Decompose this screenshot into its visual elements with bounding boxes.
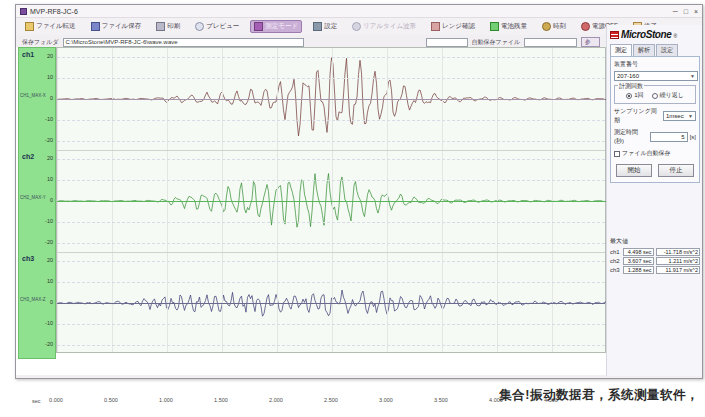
wave-icon xyxy=(352,22,361,31)
measure-icon xyxy=(254,22,263,31)
grid-hline xyxy=(57,120,605,121)
brand-name: MicroStone xyxy=(621,29,671,40)
grid-vline xyxy=(277,48,278,352)
measure-time-input[interactable]: 5 xyxy=(650,132,688,142)
grid-hline xyxy=(57,141,605,142)
toolbar-button-preview[interactable]: プレビュー xyxy=(191,20,243,33)
max-row-channel: ch2 xyxy=(610,258,621,264)
toolbar-button-label: レンジ確認 xyxy=(442,22,475,31)
maximize-button[interactable]: □ xyxy=(684,7,688,16)
toolbar-button-label: 設定 xyxy=(324,22,337,31)
grid-vline xyxy=(222,48,223,352)
measure-count-label: 計測回数 xyxy=(618,82,644,91)
minimize-button[interactable]: ─ xyxy=(673,7,678,16)
toolbar-button-file-save[interactable]: ファイル保存 xyxy=(87,20,146,33)
max-row-value: -11.718 m/s^2 xyxy=(656,248,700,256)
save-folder-label: 保存フォルダ xyxy=(22,38,59,47)
toolbar-button-battery-level[interactable]: 電池残量 xyxy=(486,20,531,33)
x-tick-label: 0.500 xyxy=(96,397,126,403)
sampling-period-value: 1msec xyxy=(666,113,684,119)
x-tick-label: 3.000 xyxy=(371,397,401,403)
grid-vline xyxy=(552,48,553,352)
browse-button[interactable]: 参照 xyxy=(581,37,600,47)
channel-axis-label-ch3: CH3_MAX-Z xyxy=(20,296,46,301)
tab-解析[interactable]: 解析 xyxy=(633,44,655,56)
toolbar-button-label: 電池残量 xyxy=(501,22,527,31)
grid-hline xyxy=(57,243,605,244)
measure-count-group: 計測回数 1回繰り返し xyxy=(614,85,696,104)
max-value-title: 最大値 xyxy=(610,237,700,246)
sidebar-tabs: 測定解析設定 xyxy=(610,44,700,56)
sampling-period-label: サンプリング周期 xyxy=(614,107,661,125)
toolbar-button-print[interactable]: 印刷 xyxy=(152,20,184,33)
waveform-plot[interactable] xyxy=(56,47,606,353)
y-tick-label: 20 xyxy=(47,257,53,263)
save-icon xyxy=(91,22,100,31)
grid-vline xyxy=(57,48,58,352)
y-tick-label: 0 xyxy=(50,95,53,101)
y-tick-label: 10 xyxy=(47,74,53,80)
y-tick-label: -20 xyxy=(45,137,53,143)
grid-hline xyxy=(57,78,605,79)
grid-vline xyxy=(332,48,333,352)
autosave-file-label: 自動保存ファイル xyxy=(472,38,521,47)
grid-vline xyxy=(442,48,443,352)
y-tick-label: 10 xyxy=(47,278,53,284)
toolbar-button-label: ファイル転送 xyxy=(36,22,76,31)
max-value-block: 最大値 ch14.498 sec-11.718 m/s^2ch23.607 se… xyxy=(610,237,700,274)
stop-button[interactable]: 停止 xyxy=(658,164,694,177)
toolbar: ファイル転送ファイル保存印刷プレビュー測定モード設定リアルタイム波形レンジ確認電… xyxy=(16,18,702,35)
toolbar-button-realtime-wave[interactable]: リアルタイム波形 xyxy=(348,20,420,33)
sampling-period-select[interactable]: 1msec ▼ xyxy=(663,111,696,121)
radio-label: 1回 xyxy=(634,91,643,100)
window-title: MVP-RF8-JC-6 xyxy=(30,8,78,15)
max-row-time: 1.288 sec xyxy=(623,266,654,274)
toolbar-button-measure-mode[interactable]: 測定モード xyxy=(250,20,302,33)
toolbar-button-settings[interactable]: 設定 xyxy=(309,20,341,33)
chart-region: m/s^2 ch1CH1_MAX-X20100-10-20ch2CH2_MAX-… xyxy=(16,47,606,375)
toolbar-button-file-transfer[interactable]: ファイル転送 xyxy=(21,20,80,33)
magnifier-icon xyxy=(195,22,204,31)
grid-vline xyxy=(497,48,498,352)
device-number-select[interactable]: 207-160 ▼ xyxy=(614,71,698,81)
toolbar-button-range-check[interactable]: レンジ確認 xyxy=(427,20,479,33)
control-sidebar: MicroStone ® 測定解析設定 装置番号 207-160 ▼ 計測回数 … xyxy=(606,25,702,376)
x-tick-label: 1.000 xyxy=(151,397,181,403)
power-icon xyxy=(581,22,590,31)
y-tick-label: -10 xyxy=(45,218,53,224)
toolbar-button-clock[interactable]: 時刻 xyxy=(538,20,570,33)
y-tick-label: -10 xyxy=(45,116,53,122)
app-window: MVP-RF8-JC-6 ─ □ × ファイル転送ファイル保存印刷プレビュー測定… xyxy=(15,4,703,379)
radio-option[interactable]: 1回 xyxy=(626,91,643,100)
microstone-logo-icon xyxy=(610,31,619,39)
interval-input[interactable] xyxy=(426,38,468,47)
save-folder-path-input[interactable]: C:\MicroStone\MVP-RF8-JC-6\wave.wave xyxy=(63,38,304,47)
max-value-row: ch23.607 sec1.211 m/s^2 xyxy=(610,257,700,265)
toolbar-button-label: 時刻 xyxy=(553,22,566,31)
wrench-icon xyxy=(313,22,322,31)
y-tick-label: 20 xyxy=(47,53,53,59)
x-tick-label: 0.000 xyxy=(41,397,71,403)
band-separator xyxy=(57,150,605,151)
autosave-file-input[interactable] xyxy=(524,38,577,47)
battery-icon xyxy=(490,22,499,31)
grid-vline xyxy=(112,48,113,352)
tab-設定[interactable]: 設定 xyxy=(656,44,678,56)
radio-option[interactable]: 繰り返し xyxy=(652,91,684,100)
close-button[interactable]: × xyxy=(694,7,698,16)
x-axis-unit-label: sec xyxy=(32,398,41,404)
start-button[interactable]: 開始 xyxy=(616,164,652,177)
x-tick-label: 2.500 xyxy=(316,397,346,403)
x-tick-label: 1.500 xyxy=(206,397,236,403)
autosave-checkbox-label: ファイル自動保存 xyxy=(622,149,671,158)
toolbar-button-label: プレビュー xyxy=(206,22,239,31)
channel-label-ch3: ch3 xyxy=(22,255,34,262)
brand-logo: MicroStone ® xyxy=(610,29,700,40)
channel-label-ch2: ch2 xyxy=(22,153,34,160)
range-icon xyxy=(431,22,440,31)
max-value-row: ch14.498 sec-11.718 m/s^2 xyxy=(610,248,700,256)
tab-測定[interactable]: 測定 xyxy=(610,44,632,56)
max-row-channel: ch3 xyxy=(610,267,621,273)
autosave-checkbox[interactable] xyxy=(614,151,620,157)
registered-mark: ® xyxy=(673,33,677,39)
